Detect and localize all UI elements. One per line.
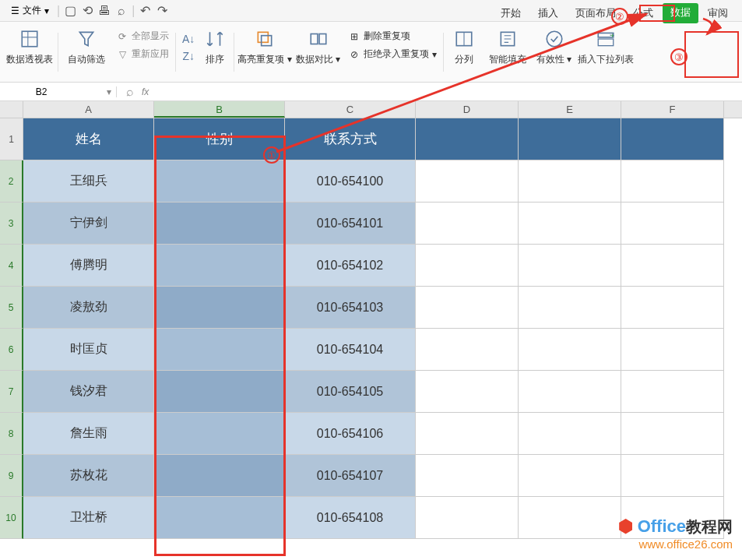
showall-icon: ⟳ [116, 30, 128, 43]
table-row: 钱汐君 010-654105 [23, 371, 724, 413]
validation-button[interactable]: 有效性 ▾ [534, 28, 575, 66]
funnel-icon [76, 28, 97, 50]
top-menu-bar: ☰ 文件 ▾ | ▢ ⟲ 🖶 ⌕ | ↶ ↷ 开始 插入 页面布局 公式 数据 … [0, 0, 742, 22]
table-row: 傅腾明 010-654102 [23, 245, 724, 287]
dropdown-list-icon: + [595, 28, 617, 50]
insert-dropdown-button[interactable]: + 插入下拉列表 [576, 28, 635, 66]
remove-dup-icon: ⊞ [348, 30, 360, 43]
cell-reference-input[interactable] [6, 86, 76, 97]
row-header-7[interactable]: 7 [0, 371, 23, 413]
col-header-A[interactable]: A [23, 101, 154, 118]
fx-icon[interactable]: fx [142, 86, 149, 97]
pivot-icon [19, 28, 40, 50]
reject-dup-button[interactable]: ⊘拒绝录入重复项 ▾ [345, 46, 440, 62]
row-header-1[interactable]: 1 [0, 118, 23, 160]
reapply-button[interactable]: ▽重新应用 [113, 46, 172, 62]
row-header-4[interactable]: 4 [0, 245, 23, 287]
svg-text:+: + [610, 31, 614, 40]
svg-point-10 [547, 31, 562, 47]
preview-icon[interactable]: ⌕ [114, 4, 128, 18]
tab-layout[interactable]: 页面布局 [568, 3, 624, 23]
remove-dup-button[interactable]: ⊞删除重复项 [345, 28, 440, 44]
print-preview-icon[interactable]: ⟲ [80, 4, 94, 18]
svg-rect-6 [319, 34, 326, 44]
highlight-dup-button[interactable]: 高亮重复项 ▾ [237, 28, 291, 66]
autofilter-button[interactable]: 自动筛选 [62, 28, 111, 66]
row-header-6[interactable]: 6 [0, 329, 23, 371]
print-icon[interactable]: 🖶 [97, 4, 111, 18]
cell-name[interactable]: 王细兵 [23, 160, 154, 203]
text-to-columns-button[interactable]: 分列 [447, 28, 481, 66]
svg-rect-12 [598, 39, 614, 46]
smartfill-icon [497, 28, 519, 50]
watermark: ⬢ Office教程网 www.office26.com [618, 516, 733, 551]
smart-fill-button[interactable]: 智能填充 [483, 28, 533, 66]
spreadsheet-grid: A B C D E F 1 2 3 4 5 6 7 8 9 10 姓名 性别 联… [0, 101, 742, 539]
split-icon [453, 28, 475, 50]
row-headers: 1 2 3 4 5 6 7 8 9 10 [0, 118, 23, 539]
tab-start[interactable]: 开始 [493, 3, 529, 23]
file-menu-label: 文件 [23, 4, 41, 17]
table-row: 苏枚花 010-654107 [23, 455, 724, 497]
col-header-D[interactable]: D [416, 101, 519, 118]
validation-icon [543, 28, 565, 50]
cell-gender[interactable] [154, 160, 285, 203]
sort-desc-button[interactable]: Z↓ [179, 48, 198, 64]
row-header-8[interactable]: 8 [0, 413, 23, 455]
sort-icon [204, 28, 226, 50]
undo-icon[interactable]: ↶ [138, 4, 152, 18]
reject-dup-icon: ⊘ [348, 48, 360, 61]
watermark-brand: Office [638, 516, 686, 536]
hamburger-icon: ☰ [11, 5, 19, 16]
compare-icon [308, 28, 329, 50]
watermark-text: 教程网 [686, 518, 733, 535]
pivot-table-button[interactable]: 数据透视表 [5, 28, 55, 66]
name-box-dropdown-icon[interactable]: ▾ [107, 86, 111, 97]
select-all-corner[interactable] [0, 101, 23, 118]
row-header-10[interactable]: 10 [0, 497, 23, 539]
magnify-icon[interactable]: ⌕ [123, 85, 137, 99]
svg-rect-4 [262, 36, 272, 46]
row-header-2[interactable]: 2 [0, 160, 23, 203]
table-row: 宁伊剑 010-654101 [23, 203, 724, 245]
chevron-down-icon: ▾ [44, 5, 49, 16]
tab-data[interactable]: 数据 [663, 3, 698, 23]
file-menu[interactable]: ☰ 文件 ▾ [6, 2, 54, 19]
formula-bar: ▾ ⌕ fx [0, 83, 742, 101]
row-header-3[interactable]: 3 [0, 203, 23, 245]
tab-formula[interactable]: 公式 [625, 3, 661, 23]
data-compare-button[interactable]: 数据对比 ▾ [294, 28, 343, 66]
sort-asc-button[interactable]: A↓ [179, 31, 198, 47]
name-box[interactable]: ▾ [0, 86, 117, 97]
row-header-9[interactable]: 9 [0, 455, 23, 497]
tab-insert[interactable]: 插入 [530, 3, 566, 23]
save-icon[interactable]: ▢ [63, 4, 77, 18]
table-row: 时匡贞 010-654104 [23, 329, 724, 371]
sort-button[interactable]: 排序 [199, 28, 230, 66]
row-header-5[interactable]: 5 [0, 287, 23, 329]
redo-icon[interactable]: ↷ [155, 4, 169, 18]
header-name[interactable]: 姓名 [23, 118, 154, 160]
svg-rect-5 [311, 34, 318, 44]
col-header-B[interactable]: B [154, 101, 285, 118]
column-headers: A B C D E F [0, 101, 742, 118]
tab-review[interactable]: 审阅 [700, 3, 736, 23]
col-header-C[interactable]: C [285, 101, 416, 118]
table-row: 詹生雨 010-654106 [23, 413, 724, 455]
header-contact[interactable]: 联系方式 [285, 118, 416, 160]
highlight-dup-icon [254, 28, 276, 50]
watermark-logo-o: ⬢ [618, 516, 633, 536]
table-row: 凌敖劲 010-654103 [23, 287, 724, 329]
show-all-button[interactable]: ⟳全部显示 [113, 28, 172, 44]
svg-rect-0 [22, 31, 37, 47]
reapply-icon: ▽ [116, 48, 128, 61]
watermark-url: www.office26.com [618, 537, 733, 551]
ribbon-toolbar: 数据透视表 自动筛选 ⟳全部显示 ▽重新应用 A↓ Z↓ 排序 高亮重复项 ▾ … [0, 22, 742, 83]
header-gender[interactable]: 性别 [154, 118, 285, 160]
col-header-F[interactable]: F [621, 101, 724, 118]
table-header-row: 姓名 性别 联系方式 [23, 118, 724, 160]
col-header-E[interactable]: E [519, 101, 621, 118]
cell-contact[interactable]: 010-654100 [285, 160, 416, 203]
cells-area[interactable]: 姓名 性别 联系方式 王细兵 010-654100 宁伊剑 010-654101… [23, 118, 724, 539]
svg-rect-3 [258, 32, 268, 42]
